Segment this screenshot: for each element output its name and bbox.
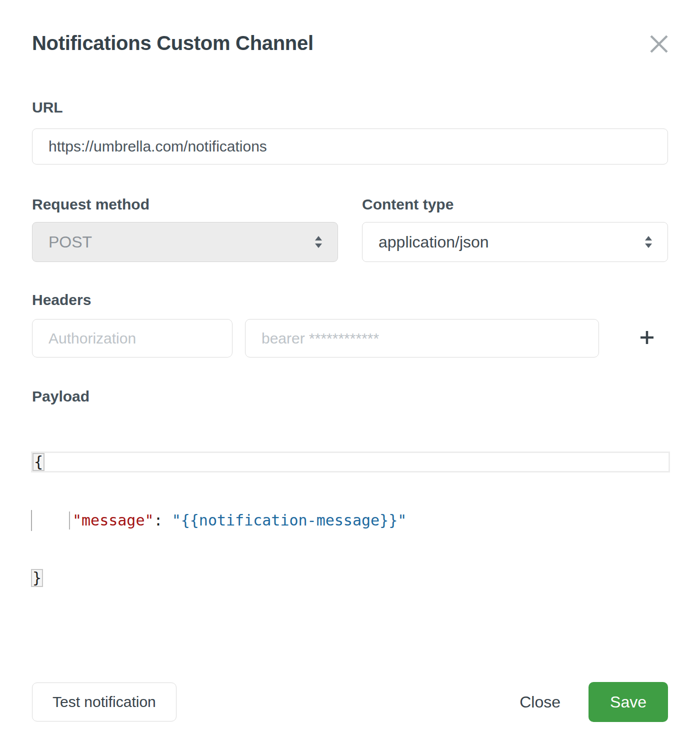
close-dialog-button[interactable]: Close [520,693,560,712]
request-method-select[interactable]: POST [32,222,338,262]
url-input[interactable] [32,128,668,164]
request-method-value: POST [48,233,92,252]
url-label: URL [32,100,668,116]
headers-label: Headers [32,292,668,308]
url-field: URL [32,100,668,164]
payload-label: Payload [32,388,668,404]
chevron-updown-icon [642,233,654,251]
content-type-label: Content type [362,196,668,212]
payload-editor[interactable]: { "message": "{{notification-message}}" … [31,414,668,626]
content-type-field: Content type application/json [362,196,668,262]
request-method-field: Request method POST [32,196,338,262]
code-line: } [31,568,668,588]
chevron-updown-icon [312,233,324,251]
close-icon [649,48,669,56]
code-value: "{{notification-message}}" [172,511,407,530]
add-header-button[interactable] [634,326,660,352]
header-name-input[interactable] [32,319,232,358]
close-brace: } [31,569,43,587]
code-key: "message" [72,511,154,530]
content-type-value: application/json [378,233,489,252]
header-row [32,319,668,358]
notifications-custom-channel-dialog: Notifications Custom Channel URL Request… [0,0,700,754]
method-content-row: Request method POST Content type applica… [32,196,668,262]
headers-field: Headers [32,292,668,358]
open-brace: { [32,453,44,471]
payload-field: Payload { "message": "{{notification-mes… [32,388,668,626]
request-method-label: Request method [32,196,338,212]
plus-icon [640,330,654,346]
save-button[interactable]: Save [588,682,668,722]
code-colon: : [154,511,172,530]
code-line: { [31,452,670,472]
test-notification-button[interactable]: Test notification [32,682,176,722]
dialog-title: Notifications Custom Channel [32,31,314,55]
dialog-header: Notifications Custom Channel [32,31,668,58]
header-value-input[interactable] [245,319,599,358]
content-type-select[interactable]: application/json [362,222,668,262]
dialog-footer: Test notification Close Save [32,682,668,722]
close-button[interactable] [647,32,671,58]
code-line: "message": "{{notification-message}}" [31,510,668,530]
